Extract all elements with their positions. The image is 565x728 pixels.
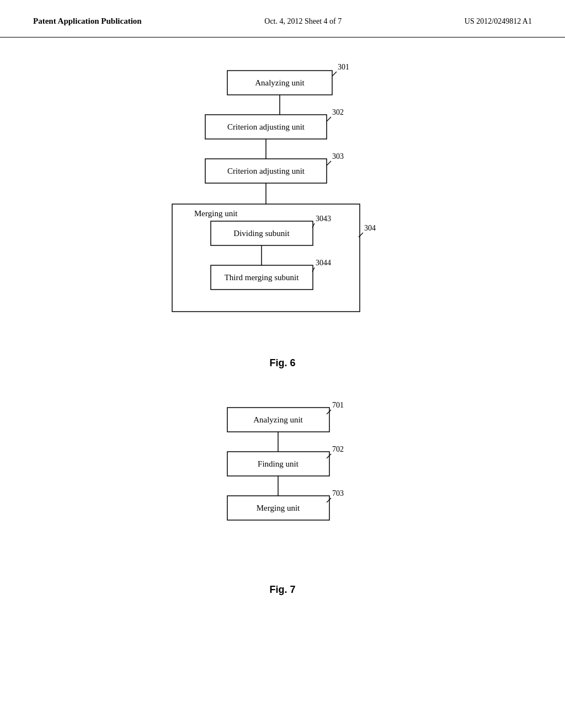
fig6-caption: Fig. 6: [269, 357, 295, 369]
svg-text:Criterion adjusting unit: Criterion adjusting unit: [227, 167, 305, 175]
svg-text:3044: 3044: [316, 259, 331, 267]
svg-text:Dividing subunit: Dividing subunit: [233, 229, 290, 238]
svg-text:703: 703: [332, 489, 344, 497]
svg-text:303: 303: [332, 152, 344, 160]
svg-line-8: [327, 117, 331, 121]
svg-text:Analyzing unit: Analyzing unit: [255, 78, 305, 87]
svg-rect-15: [172, 204, 360, 312]
patent-number: US 2012/0249812 A1: [465, 17, 532, 26]
svg-text:702: 702: [332, 445, 344, 453]
svg-text:3043: 3043: [316, 215, 331, 223]
svg-text:Merging unit: Merging unit: [257, 504, 300, 512]
page-header: Patent Application Publication Oct. 4, 2…: [0, 0, 565, 38]
svg-text:302: 302: [332, 108, 344, 116]
svg-text:Criterion adjusting unit: Criterion adjusting unit: [227, 122, 305, 131]
fig7-caption: Fig. 7: [269, 584, 295, 596]
main-content: Analyzing unit 301 Criterion adjusting u…: [0, 38, 565, 645]
fig6-section: Analyzing unit 301 Criterion adjusting u…: [33, 60, 532, 397]
svg-text:Third merging subunit: Third merging subunit: [225, 273, 300, 282]
svg-text:Analyzing unit: Analyzing unit: [253, 415, 303, 424]
svg-text:Merging unit: Merging unit: [194, 209, 238, 218]
fig7-section: Analyzing unit 701 Finding unit 702 Merg…: [33, 397, 532, 623]
svg-text:301: 301: [338, 63, 349, 71]
fig7-diagram: Analyzing unit 701 Finding unit 702 Merg…: [183, 397, 382, 579]
fig6-diagram: Analyzing unit 301 Criterion adjusting u…: [150, 60, 415, 352]
sheet-info: Oct. 4, 2012 Sheet 4 of 7: [264, 17, 342, 26]
svg-text:304: 304: [364, 224, 376, 232]
svg-text:Finding unit: Finding unit: [258, 459, 299, 468]
svg-text:701: 701: [332, 401, 344, 409]
publication-label: Patent Application Publication: [33, 17, 142, 26]
svg-line-13: [327, 161, 331, 165]
svg-line-3: [332, 72, 337, 76]
